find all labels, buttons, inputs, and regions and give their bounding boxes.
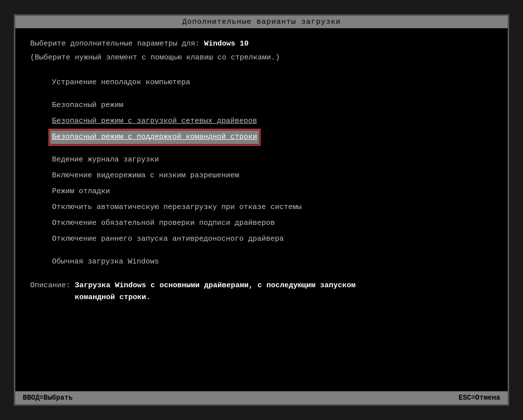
menu-item-boot-log[interactable]: Ведение журнала загрузки	[50, 153, 161, 167]
intro-line1: Выберите дополнительные параметры для: W…	[30, 38, 493, 50]
menu-item-repair[interactable]: Устранение неполадок компьютера	[50, 76, 192, 90]
menu-item-safe-mode[interactable]: Безопасный режим	[50, 99, 125, 112]
menu-item-no-restart[interactable]: Отключить автоматическую перезагрузку пр…	[50, 201, 304, 214]
menu-item-safe-mode-network[interactable]: Безопасный режим с загрузкой сетевых дра…	[50, 114, 259, 128]
menu-item-safe-mode-cmd[interactable]: Безопасный режим с поддержкой командной …	[50, 130, 259, 144]
bios-screen: Дополнительные варианты загрузки Выберит…	[14, 14, 509, 406]
title-bar: Дополнительные варианты загрузки	[15, 16, 508, 28]
intro-line2: (Выберите нужный элемент с помощью клави…	[30, 52, 493, 64]
menu-item-debug[interactable]: Режим отладки	[50, 185, 112, 199]
menu-item-no-sign[interactable]: Отключение обязательной проверки подписи…	[50, 216, 277, 230]
intro-prefix: Выберите дополнительные параметры для:	[30, 40, 204, 48]
description-text-line2: командной строки.	[75, 293, 151, 302]
description-line1: Описание: Загрузка Windows с основными д…	[30, 280, 493, 292]
menu-item-no-antivirus[interactable]: Отключение раннего запуска антивредоносн…	[50, 232, 286, 246]
menu-item-normal[interactable]: Обычная загрузка Windows	[50, 255, 161, 269]
menu-item-low-res[interactable]: Включение видеорежима с низким разрешени…	[50, 169, 241, 183]
footer-right: ESC=Отмена	[459, 394, 500, 402]
title-text: Дополнительные варианты загрузки	[182, 18, 341, 26]
footer-bar: ВВОД=Выбрать ESC=Отмена	[15, 391, 508, 404]
menu-list: Устранение неполадок компьютера Безопасн…	[30, 76, 493, 270]
description-section: Описание: Загрузка Windows с основными д…	[30, 280, 493, 304]
description-label: Описание:	[30, 281, 75, 290]
description-text-line1: Загрузка Windows с основными драйверами,…	[75, 281, 356, 290]
windows-version: Windows 10	[204, 40, 249, 48]
description-line2: командной строки.	[75, 292, 493, 304]
main-content: Выберите дополнительные параметры для: W…	[15, 28, 508, 391]
footer-left: ВВОД=Выбрать	[23, 394, 73, 402]
